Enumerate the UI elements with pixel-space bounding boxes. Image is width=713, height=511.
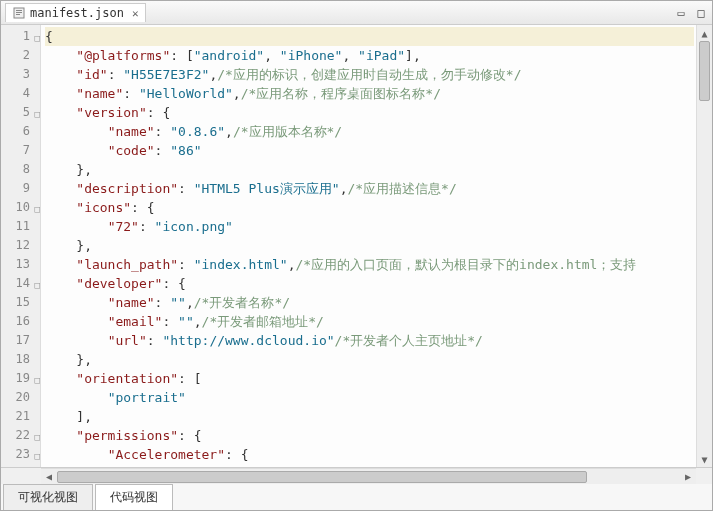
horizontal-scroll-thumb[interactable] [57,471,587,483]
code-line[interactable]: "version": { [45,103,694,122]
file-tab[interactable]: manifest.json ✕ [5,3,146,22]
code-line[interactable]: "email": "",/*开发者邮箱地址*/ [45,312,694,331]
code-line[interactable]: "developer": { [45,274,694,293]
scroll-up-icon[interactable]: ▲ [697,25,712,41]
line-number: 4 [1,84,40,103]
svg-rect-1 [16,10,22,11]
line-number: 23 [1,445,40,464]
code-line[interactable]: ], [45,407,694,426]
json-file-icon [12,6,26,20]
line-number: 15 [1,293,40,312]
horizontal-scroll-track[interactable] [57,471,680,483]
line-number: 19 [1,369,40,388]
file-tab-label: manifest.json [30,6,124,20]
line-number: 16 [1,312,40,331]
line-number: 20 [1,388,40,407]
maximize-pane-icon[interactable]: □ [694,6,708,20]
code-line[interactable]: "name": "0.8.6",/*应用版本名称*/ [45,122,694,141]
code-line[interactable]: }, [45,350,694,369]
code-line[interactable]: { [45,27,694,46]
line-number: 14 [1,274,40,293]
tab-visual-view[interactable]: 可视化视图 [3,484,93,510]
line-number: 13 [1,255,40,274]
editor-titlebar: manifest.json ✕ ▭ □ [1,1,712,25]
code-line[interactable]: "72": "icon.png" [45,217,694,236]
titlebar-actions: ▭ □ [674,6,708,20]
line-number: 10 [1,198,40,217]
code-content[interactable]: { "@platforms": ["android", "iPhone", "i… [41,25,696,467]
horizontal-scrollbar[interactable]: ◀ ▶ [41,468,696,484]
line-number: 18 [1,350,40,369]
code-line[interactable]: "code": "86" [45,141,694,160]
code-editor[interactable]: 1234567891011121314151617181920212223 { … [1,25,712,468]
line-number: 1 [1,27,40,46]
minimize-pane-icon[interactable]: ▭ [674,6,688,20]
code-line[interactable]: "launch_path": "index.html",/*应用的入口页面，默认… [45,255,694,274]
code-line[interactable]: "name": "",/*开发者名称*/ [45,293,694,312]
code-line[interactable]: "@platforms": ["android", "iPhone", "iPa… [45,46,694,65]
code-line[interactable]: "name": "HelloWorld",/*应用名称，程序桌面图标名称*/ [45,84,694,103]
line-number: 6 [1,122,40,141]
line-number: 7 [1,141,40,160]
code-line[interactable]: "Accelerometer": { [45,445,694,464]
close-tab-icon[interactable]: ✕ [132,7,139,20]
code-line[interactable]: }, [45,160,694,179]
code-line[interactable]: "portrait" [45,388,694,407]
code-line[interactable]: "orientation": [ [45,369,694,388]
line-number: 22 [1,426,40,445]
vertical-scroll-thumb[interactable] [699,41,710,101]
line-number-gutter: 1234567891011121314151617181920212223 [1,25,41,467]
code-line[interactable]: "url": "http://www.dcloud.io"/*开发者个人主页地址… [45,331,694,350]
line-number: 11 [1,217,40,236]
svg-rect-2 [16,12,22,13]
scroll-down-icon[interactable]: ▼ [697,451,712,467]
line-number: 2 [1,46,40,65]
line-number: 3 [1,65,40,84]
line-number: 8 [1,160,40,179]
code-line[interactable]: }, [45,236,694,255]
line-number: 5 [1,103,40,122]
line-number: 9 [1,179,40,198]
tab-code-view[interactable]: 代码视图 [95,484,173,510]
scroll-right-icon[interactable]: ▶ [680,469,696,485]
code-line[interactable]: "icons": { [45,198,694,217]
code-line[interactable]: "permissions": { [45,426,694,445]
line-number: 12 [1,236,40,255]
code-line[interactable]: "id": "H55E7E3F2",/*应用的标识，创建应用时自动生成，勿手动修… [45,65,694,84]
line-number: 17 [1,331,40,350]
svg-rect-3 [16,14,20,15]
vertical-scrollbar[interactable]: ▲ ▼ [696,25,712,467]
scroll-left-icon[interactable]: ◀ [41,469,57,485]
line-number: 21 [1,407,40,426]
code-line[interactable]: "description": "HTML5 Plus演示应用",/*应用描述信息… [45,179,694,198]
view-tabs: 可视化视图 代码视图 [1,484,712,510]
